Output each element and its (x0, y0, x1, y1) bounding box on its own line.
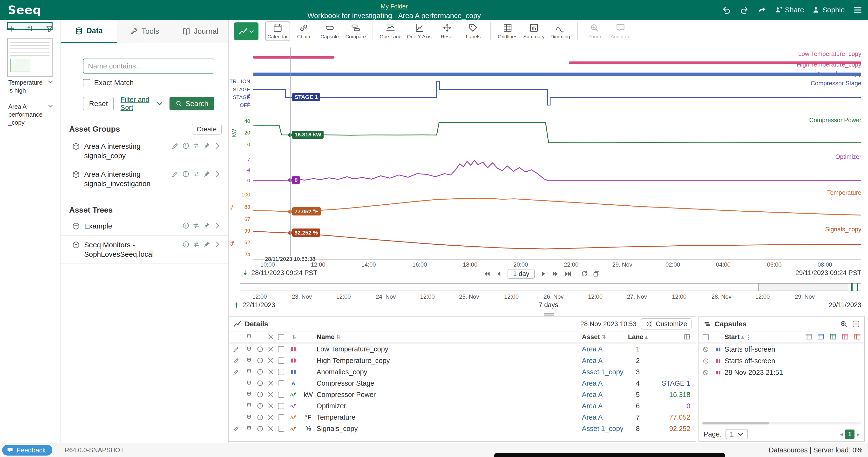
magnet-cell[interactable] (244, 425, 255, 432)
toolbar-button-dimming[interactable]: Dimming (548, 22, 572, 41)
magnet-icon[interactable] (246, 334, 252, 340)
edit-cell[interactable] (229, 357, 244, 364)
anomalies-copy-condition-bar[interactable] (253, 72, 861, 76)
info-cell[interactable] (255, 414, 266, 421)
magnet-icon[interactable] (246, 414, 252, 421)
step-forward-fast-icon[interactable] (552, 270, 559, 278)
select-cell[interactable] (276, 380, 287, 386)
select-cell[interactable] (276, 392, 287, 398)
tab-data[interactable]: Data (61, 20, 117, 43)
info-icon[interactable] (257, 402, 264, 409)
info-cell[interactable] (255, 402, 266, 409)
toolbar-button-compare[interactable]: Compare (343, 22, 368, 41)
create-asset-group-button[interactable]: Create (192, 124, 221, 134)
row-checkbox[interactable] (278, 392, 284, 398)
magnet-column-header[interactable] (244, 334, 255, 340)
current-page-button[interactable]: 1 (845, 429, 855, 439)
select-cell[interactable] (276, 346, 287, 352)
close-icon[interactable] (268, 414, 274, 421)
arrow-down-icon[interactable] (242, 269, 249, 276)
add-column-icon[interactable] (817, 333, 824, 340)
asset-item-area-a-interesting-signals-copy[interactable]: Area A interesting signals_copy (61, 137, 228, 165)
magnet-icon[interactable] (246, 346, 252, 353)
step-back-icon[interactable] (495, 270, 503, 278)
chevron-right-icon[interactable] (214, 170, 221, 177)
add-column-icon[interactable] (854, 333, 861, 340)
step-back-fast-icon[interactable] (483, 270, 490, 278)
capsule-row[interactable]: Starts off-screen (699, 344, 864, 355)
swap-asset-icon[interactable] (193, 142, 200, 150)
seeq-logo[interactable]: Seeq (0, 3, 49, 17)
swap-asset-icon[interactable] (193, 170, 200, 177)
toolbar-button-calendar[interactable]: Calendar (265, 22, 290, 41)
go-to-end-icon[interactable] (564, 270, 571, 278)
select-cell[interactable] (276, 357, 287, 363)
trend-view-button[interactable] (234, 23, 258, 40)
asset-link[interactable]: Area A (582, 413, 602, 421)
lane-column-header[interactable]: Lane▴ (624, 333, 652, 341)
select-cell[interactable] (276, 403, 287, 409)
row-checkbox[interactable] (278, 346, 284, 352)
filter-and-sort-link[interactable]: Filter and Sort (121, 96, 163, 111)
zoom-in-icon[interactable] (840, 320, 847, 328)
chevron-right-icon[interactable] (214, 142, 221, 150)
forward-icon[interactable] (757, 5, 767, 15)
pencil-icon[interactable] (172, 170, 179, 177)
info-cell[interactable] (255, 391, 266, 398)
asset-link[interactable]: Area A (582, 391, 602, 399)
row-checkbox[interactable] (278, 403, 284, 409)
pin-icon[interactable] (203, 241, 211, 248)
toolbar-button-labels[interactable]: Labels (461, 22, 486, 41)
search-button[interactable]: Search (169, 97, 214, 110)
magnet-cell[interactable] (244, 414, 255, 421)
pencil-icon[interactable] (172, 142, 179, 150)
magnet-icon[interactable] (246, 391, 252, 398)
scrollbar-thumb[interactable] (702, 422, 769, 424)
close-icon[interactable] (268, 357, 274, 364)
prev-page-button[interactable]: ◂ (840, 431, 843, 438)
asset-link[interactable]: Area A (582, 357, 602, 365)
toolbar-button-one-y-axis[interactable]: One Y-Axis (405, 22, 434, 41)
worksheet-label[interactable]: Temperature is high (7, 77, 53, 98)
asset-item-example[interactable]: Example (61, 217, 228, 236)
share-button[interactable]: Share (775, 6, 804, 14)
chevron-right-icon[interactable] (214, 241, 221, 248)
series-label-anomalies-copy[interactable]: Anomalies_copy (817, 70, 861, 77)
info-cell[interactable] (255, 368, 266, 375)
magnet-cell[interactable] (244, 402, 255, 409)
magnet-cell[interactable] (244, 391, 255, 398)
row-checkbox[interactable] (278, 426, 284, 432)
magnet-cell[interactable] (244, 380, 255, 387)
undo-icon[interactable] (722, 5, 731, 15)
info-icon[interactable] (257, 357, 264, 364)
magnet-icon[interactable] (246, 357, 252, 364)
capsule-row[interactable]: 28 Nov 2023 21:51 (699, 367, 864, 379)
asset-column-header[interactable]: Asset⇅ (580, 333, 624, 341)
select-cell[interactable] (276, 414, 287, 420)
toolbar-button-summary[interactable]: Summary (521, 22, 547, 41)
asset-link[interactable]: Area A (582, 345, 602, 353)
remove-cell[interactable] (266, 380, 276, 387)
pencil-icon[interactable] (233, 368, 240, 375)
step-forward-icon[interactable] (540, 270, 547, 278)
swap-asset-icon[interactable] (193, 222, 200, 229)
close-icon[interactable] (268, 391, 274, 398)
info-cell[interactable] (255, 380, 266, 387)
edit-cell[interactable] (229, 346, 244, 353)
magnet-cell[interactable] (244, 357, 255, 364)
close-icon[interactable] (268, 346, 274, 353)
row-checkbox[interactable] (278, 357, 284, 363)
timeline-selection-handle[interactable] (851, 283, 858, 291)
hamburger-menu-icon[interactable] (853, 5, 863, 15)
pencil-icon[interactable] (233, 425, 240, 432)
info-icon[interactable] (257, 414, 264, 421)
reset-button[interactable]: Reset (83, 97, 114, 110)
row-checkbox[interactable] (278, 369, 284, 375)
asset-item-seeq-monitors-sophlovesseeq-local[interactable]: Seeq Monitors - SophLovesSeeq.local (61, 236, 228, 264)
remove-cell[interactable] (266, 391, 276, 398)
row-checkbox[interactable] (278, 380, 284, 386)
capsules-hscrollbar[interactable] (702, 422, 861, 424)
name-contains-input[interactable] (83, 59, 214, 73)
worksheet-thumbnail[interactable] (7, 38, 53, 77)
remove-cell[interactable] (266, 357, 276, 364)
